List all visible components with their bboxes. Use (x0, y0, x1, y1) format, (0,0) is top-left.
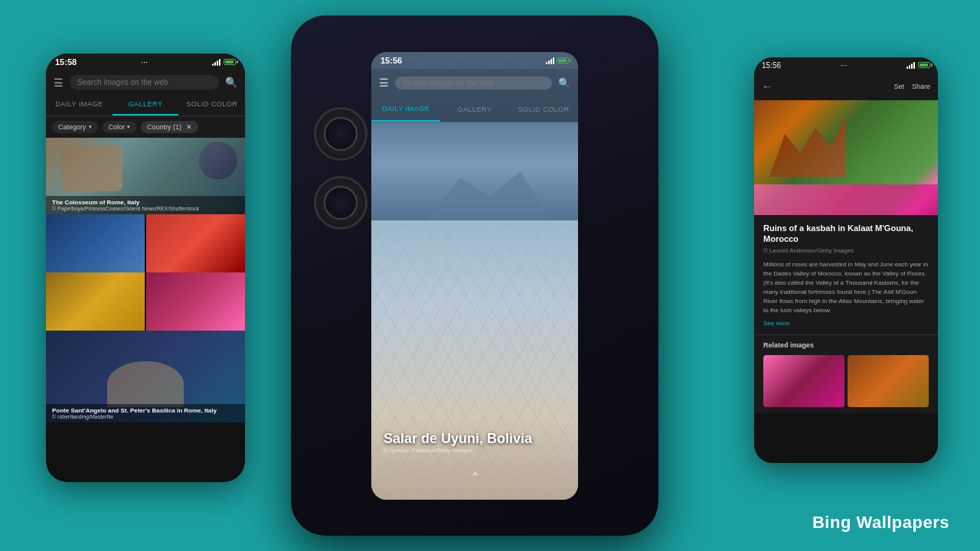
center-status-bar: 15:56 (371, 52, 578, 69)
tab-daily-image-center[interactable]: DAILY IMAGE (371, 96, 440, 122)
country-filter[interactable]: Country (1) ✕ (141, 121, 198, 133)
tab-solid-color-left[interactable]: SOLID COLOR (178, 94, 245, 116)
hamburger-icon[interactable]: ☰ (54, 77, 64, 89)
gallery-image-gold[interactable] (46, 272, 145, 331)
hamburger-icon[interactable]: ☰ (379, 77, 389, 89)
right-phone: 15:56 ··· ← Set Share Ruins of a kasbah … (754, 57, 938, 463)
related-grid (763, 355, 929, 407)
left-status-icons (212, 58, 236, 66)
swipe-indicator[interactable]: ⌃ (470, 470, 480, 484)
related-section: Related images (754, 334, 938, 413)
gallery-image-rome[interactable]: Ponte Sant'Angelo and St. Peter's Basili… (46, 331, 245, 422)
center-phone-wrapper: SAMSUNG Galaxy S9+ 15:56 ☰ 🔍 DAILY IM (291, 15, 658, 536)
right-status-icons (906, 61, 930, 69)
center-search-input[interactable] (395, 77, 552, 90)
tab-daily-image-left[interactable]: DAILY IMAGE (46, 94, 113, 116)
related-image-1[interactable] (763, 355, 844, 407)
battery-icon (557, 57, 569, 64)
image-title: The Colosseum of Rome, Italy (52, 199, 239, 206)
search-icon[interactable]: 🔍 (558, 77, 570, 89)
see-more-link[interactable]: See more (763, 320, 929, 327)
center-screen: 15:56 ☰ 🔍 DAILY IMAGE GALLERY SOLID COLO… (371, 52, 578, 500)
related-image-2[interactable] (848, 355, 929, 407)
right-status-bar: 15:56 ··· (754, 57, 938, 73)
camera-array (314, 107, 368, 230)
left-status-dots: ··· (141, 57, 148, 67)
signal-icon (906, 61, 915, 69)
set-button[interactable]: Set (893, 83, 904, 90)
left-phone: 15:58 ··· ☰ 🔍 DAILY IMAGE GALLERY SOLID … (46, 54, 245, 482)
action-buttons: Set Share (893, 83, 930, 90)
left-status-bar: 15:58 ··· (46, 54, 245, 70)
gallery-row-1 (46, 214, 245, 272)
center-search-bar: ☰ 🔍 (371, 69, 578, 96)
close-icon[interactable]: ✕ (186, 123, 192, 131)
category-filter[interactable]: Category ▾ (52, 121, 98, 133)
color-filter[interactable]: Color ▾ (103, 121, 137, 133)
related-label: Related images (763, 341, 929, 349)
share-button[interactable]: Share (912, 83, 930, 90)
gallery-image-colosseum[interactable]: The Colosseum of Rome, Italy © Paperboya… (46, 138, 245, 214)
detail-credit: © Leonid Andronov/Getty Images (763, 247, 929, 254)
right-dots: ··· (841, 61, 847, 70)
gallery-image-orange[interactable] (146, 214, 245, 272)
back-icon[interactable]: ← (762, 80, 773, 93)
bing-branding: Bing Wallpapers (812, 513, 949, 533)
gallery-grid: The Colosseum of Rome, Italy © Paperboya… (46, 138, 245, 422)
left-time: 15:58 (55, 57, 77, 67)
gallery-row-2 (46, 272, 245, 331)
detail-description: Millions of roses are harvested in May a… (763, 260, 929, 315)
gallery-image-pink[interactable] (146, 272, 245, 331)
center-caption: Salar de Uyuni, Bolivia © Ignacio Palaci… (384, 431, 532, 454)
search-icon[interactable]: 🔍 (225, 77, 237, 88)
gallery-image-blue[interactable] (46, 214, 145, 272)
right-time: 15:56 (762, 61, 781, 70)
left-search-bar: ☰ 🔍 (46, 70, 245, 94)
tab-gallery-left[interactable]: GALLERY (113, 94, 179, 116)
image-overlay-2: Ponte Sant'Angelo and St. Peter's Basili… (46, 404, 245, 422)
signal-icon (212, 58, 220, 66)
battery-icon (918, 62, 930, 68)
left-search-input[interactable] (70, 75, 219, 90)
left-filters: Category ▾ Color ▾ Country (1) ✕ (46, 116, 245, 138)
right-hero-image (754, 100, 938, 215)
image-title-2: Ponte Sant'Angelo and St. Peter's Basili… (52, 407, 239, 414)
signal-icon (546, 57, 554, 64)
center-tabs: DAILY IMAGE GALLERY SOLID COLOR (371, 96, 578, 122)
chevron-down-icon: ▾ (127, 124, 130, 130)
camera-lens-2 (314, 176, 368, 230)
location-text: Salar de Uyuni, Bolivia (384, 431, 532, 447)
image-credit-2: © robertlanding/Masterfile (52, 414, 239, 419)
tab-gallery-center[interactable]: GALLERY (440, 96, 509, 122)
tab-solid-color-center[interactable]: SOLID COLOR (509, 96, 578, 122)
center-time: 15:56 (381, 56, 402, 65)
right-top-bar: ← Set Share (754, 73, 938, 100)
image-credit: © Paperboya/PrincessCruises/Solent News/… (52, 206, 239, 211)
detail-title: Ruins of a kasbah in Kalaat M'Gouna, Mor… (763, 223, 929, 245)
image-overlay: The Colosseum of Rome, Italy © Paperboya… (46, 196, 245, 214)
center-credit: © Ignacio Palacios/Getty Images (384, 447, 532, 454)
battery-icon (224, 59, 236, 65)
left-tabs: DAILY IMAGE GALLERY SOLID COLOR (46, 94, 245, 116)
detail-section: Ruins of a kasbah in Kalaat M'Gouna, Mor… (754, 215, 938, 334)
camera-lens-1 (314, 107, 368, 161)
chevron-down-icon: ▾ (89, 124, 92, 130)
center-status-icons (546, 57, 569, 64)
